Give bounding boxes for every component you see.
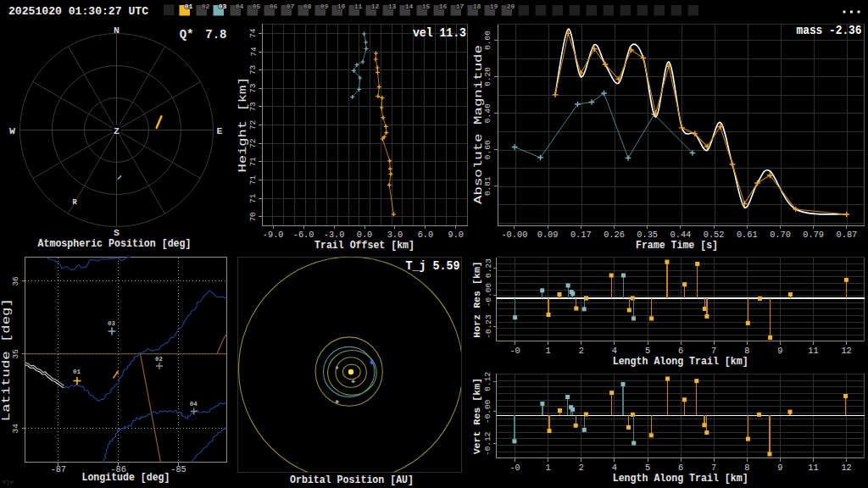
svg-text:03: 03 <box>219 3 227 10</box>
svg-text:02: 02 <box>202 3 210 10</box>
svg-text:9.0: 9.0 <box>448 230 465 240</box>
svg-text:-0: -0 <box>509 463 520 473</box>
svg-text:5: 5 <box>645 463 650 473</box>
svg-text:-87: -87 <box>51 464 67 474</box>
svg-text:09: 09 <box>320 3 329 10</box>
svg-text:17: 17 <box>456 3 465 10</box>
svg-text:0.44: 0.44 <box>670 230 692 240</box>
svg-text:mjw: mjw <box>3 479 14 485</box>
svg-text:74: 74 <box>249 47 259 57</box>
svg-text:74: 74 <box>249 28 259 38</box>
svg-text:0.61: 0.61 <box>737 230 758 240</box>
svg-text:12: 12 <box>841 346 851 356</box>
svg-text:9: 9 <box>777 346 782 356</box>
svg-text:72: 72 <box>249 120 259 130</box>
svg-text:4: 4 <box>612 463 617 473</box>
svg-text:Length Along Trail [km]: Length Along Trail [km] <box>613 473 748 485</box>
svg-text:6.0: 6.0 <box>418 230 434 240</box>
svg-text:T_j 5.59: T_j 5.59 <box>406 259 460 273</box>
svg-text:0.17: 0.17 <box>570 230 592 240</box>
svg-text:R: R <box>72 198 77 207</box>
svg-text:3.0: 3.0 <box>387 230 403 240</box>
svg-text:0.00: 0.00 <box>484 30 493 50</box>
svg-text:W: W <box>9 125 15 136</box>
svg-text:Latitude [deg]: Latitude [deg] <box>1 298 14 421</box>
svg-text:01: 01 <box>73 369 81 375</box>
svg-text:Vert Res [km]: Vert Res [km] <box>471 378 482 454</box>
svg-text:2: 2 <box>579 463 584 473</box>
svg-text:6: 6 <box>678 346 683 356</box>
svg-text:0.79: 0.79 <box>803 230 824 240</box>
svg-text:0.23: 0.23 <box>484 258 493 278</box>
svg-text:-0.00: -0.00 <box>484 399 493 424</box>
svg-text:Atmospheric Position [deg]: Atmospheric Position [deg] <box>38 238 192 250</box>
svg-text:0.81: 0.81 <box>484 176 493 196</box>
svg-text:04: 04 <box>236 3 244 10</box>
svg-text:19: 19 <box>490 3 498 10</box>
svg-text:70: 70 <box>249 212 259 222</box>
svg-text:73: 73 <box>249 83 259 93</box>
svg-text:-0.00: -0.00 <box>501 230 527 240</box>
svg-text:07: 07 <box>287 3 295 10</box>
svg-text:16: 16 <box>439 3 448 10</box>
svg-text:-9.0: -9.0 <box>263 230 284 240</box>
svg-text:73: 73 <box>249 65 259 75</box>
svg-text:4: 4 <box>612 346 617 356</box>
svg-text:0.09: 0.09 <box>537 230 559 240</box>
svg-text:15: 15 <box>422 3 431 10</box>
svg-text:N: N <box>114 25 120 36</box>
svg-text:0.52: 0.52 <box>704 230 725 240</box>
svg-text:E: E <box>217 125 223 136</box>
svg-text:Frame Time [s]: Frame Time [s] <box>636 240 718 252</box>
svg-text:34: 34 <box>11 424 20 434</box>
svg-text:01: 01 <box>185 3 193 10</box>
svg-text:S: S <box>114 227 120 238</box>
svg-text:14: 14 <box>405 3 414 10</box>
svg-text:1: 1 <box>546 463 551 473</box>
svg-text:Horz Res [km]: Horz Res [km] <box>471 261 482 337</box>
svg-text:Trail Offset [km]: Trail Offset [km] <box>314 240 415 252</box>
svg-text:2: 2 <box>579 346 584 356</box>
svg-text:10: 10 <box>337 3 346 10</box>
svg-text:08: 08 <box>303 3 312 10</box>
svg-text:8: 8 <box>744 346 749 356</box>
svg-text:Orbital Position [AU]: Orbital Position [AU] <box>290 474 414 486</box>
svg-text:11: 11 <box>808 463 818 473</box>
svg-text:Absolute Magnitude: Absolute Magnitude <box>472 45 485 204</box>
svg-text:0.35: 0.35 <box>637 230 658 240</box>
svg-text:12: 12 <box>371 3 380 10</box>
svg-text:mass -2.36: mass -2.36 <box>797 24 862 37</box>
svg-text:06: 06 <box>270 3 278 10</box>
svg-text:73: 73 <box>249 102 259 112</box>
svg-text:0.60: 0.60 <box>484 140 493 159</box>
svg-text:36: 36 <box>11 276 20 286</box>
svg-text:Q*: Q* <box>180 28 194 42</box>
svg-text:0.0: 0.0 <box>357 230 373 240</box>
svg-text:Height [km]: Height [km] <box>236 77 249 173</box>
svg-text:vel 11.3: vel 11.3 <box>413 26 466 40</box>
svg-text:Z: Z <box>114 125 120 136</box>
svg-text:11: 11 <box>808 346 818 356</box>
svg-text:7: 7 <box>711 346 716 356</box>
svg-text:-0.23: -0.23 <box>484 314 493 339</box>
svg-text:9: 9 <box>777 463 782 473</box>
svg-text:13: 13 <box>388 3 397 10</box>
svg-text:6: 6 <box>678 463 683 473</box>
svg-text:8: 8 <box>744 463 749 473</box>
svg-text:02: 02 <box>155 356 164 363</box>
svg-text:72: 72 <box>249 138 259 148</box>
svg-text:0.87: 0.87 <box>837 230 858 240</box>
svg-text:5: 5 <box>645 346 650 356</box>
svg-text:-0: -0 <box>509 346 520 356</box>
svg-text:Length Along Trail [km]: Length Along Trail [km] <box>613 356 748 368</box>
svg-text:11: 11 <box>354 3 363 10</box>
svg-text:12: 12 <box>841 463 851 473</box>
svg-text:0.26: 0.26 <box>604 230 625 240</box>
svg-text:0.70: 0.70 <box>770 230 791 240</box>
svg-text:03: 03 <box>108 320 116 327</box>
svg-text:-85: -85 <box>170 464 186 474</box>
svg-text:-6.0: -6.0 <box>293 230 314 240</box>
svg-text:05: 05 <box>253 3 261 10</box>
svg-text:-0.12: -0.12 <box>484 431 493 456</box>
svg-text:0.20: 0.20 <box>484 67 493 86</box>
